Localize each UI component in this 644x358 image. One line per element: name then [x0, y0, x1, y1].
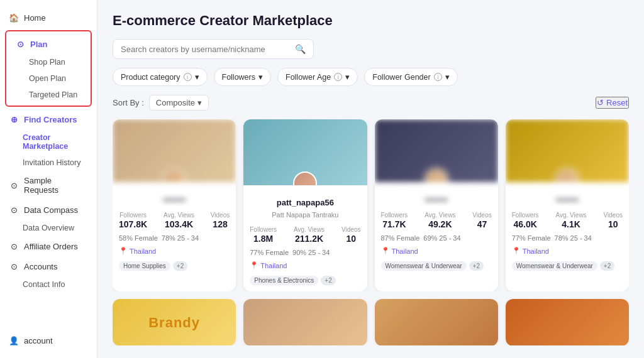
- location-pin-icon-3: 📍: [381, 247, 390, 255]
- card-4-stats: Followers 46.0K Avg. Views 4.1K Videos 1…: [512, 212, 623, 229]
- card-2-avg-views: Avg. Views 211.2K: [294, 226, 325, 244]
- plan-section: ⊙ Plan Shop Plan Open Plan Targeted Plan: [5, 30, 92, 107]
- followers-chevron-icon: ▾: [258, 72, 263, 82]
- product-category-info-icon: i: [184, 73, 192, 81]
- card-2-avatar: [293, 171, 317, 185]
- creator-cards-row2: Brandy: [113, 299, 629, 345]
- sidebar: 🏠 Home ⊙ Plan Shop Plan Open Plan Target…: [0, 0, 97, 358]
- creator-card-4[interactable]: •••••••• Followers 46.0K Avg. Views 4.1K…: [506, 119, 629, 291]
- filter-product-category[interactable]: Product category i ▾: [113, 68, 208, 86]
- card-3-image: [375, 119, 498, 182]
- location-pin-icon: 📍: [119, 247, 128, 255]
- card-2-stats: Followers 1.8M Avg. Views 211.2K Videos …: [250, 226, 360, 244]
- sidebar-item-plan[interactable]: ⊙ Plan: [6, 34, 91, 54]
- sidebar-item-home[interactable]: 🏠 Home: [0, 8, 97, 28]
- card-3-name: ••••••••: [381, 195, 492, 204]
- creator-card-3[interactable]: •••••••• Followers 71.7K Avg. Views 49.2…: [375, 119, 498, 291]
- follower-age-chevron-icon: ▾: [345, 72, 350, 82]
- data-compass-icon: ⊙: [9, 205, 19, 215]
- card-3-videos: Videos 47: [472, 212, 491, 229]
- main-content: E-commerce Creator Marketplace 🔍 Product…: [97, 0, 644, 358]
- sidebar-item-accounts[interactable]: ⊙ Accounts: [0, 256, 97, 276]
- sidebar-item-affiliate-orders[interactable]: ⊙ Affiliate Orders: [0, 236, 97, 256]
- card-1-image: [113, 119, 236, 182]
- card-3-tags: Womenswear & Underwear +2: [381, 261, 492, 271]
- card-2-videos: Videos 10: [341, 226, 360, 244]
- card-2-body: patt_napapa56 Patt Napapa Tantraku Follo…: [243, 185, 367, 291]
- card-1-stats: Followers 107.8K Avg. Views 103.4K Video…: [119, 212, 230, 229]
- card-3-avatar: [425, 168, 448, 182]
- sidebar-item-find-creators[interactable]: ⊕ Find Creators: [0, 109, 97, 129]
- card-1-avatar: [162, 168, 186, 182]
- affiliate-icon: ⊙: [9, 241, 19, 251]
- card-3-meta: 87% Female 69% 25 - 34: [381, 234, 492, 242]
- sidebar-sub-shop-plan[interactable]: Shop Plan: [6, 54, 91, 70]
- product-category-chevron-icon: ▾: [195, 72, 199, 82]
- follower-gender-info-icon: i: [434, 73, 442, 81]
- find-creators-icon: ⊕: [9, 114, 19, 124]
- search-icon: 🔍: [295, 44, 306, 54]
- card-mini-3[interactable]: [375, 299, 498, 345]
- search-input[interactable]: [121, 45, 291, 54]
- sidebar-sub-data-overview[interactable]: Data Overview: [0, 220, 97, 236]
- card-4-avg-views: Avg. Views 4.1K: [556, 212, 587, 229]
- card-mini-4[interactable]: [506, 299, 629, 345]
- card-2-followers: Followers 1.8M: [250, 226, 277, 244]
- sidebar-sub-creator-marketplace[interactable]: Creator Marketplace: [0, 129, 97, 155]
- search-bar[interactable]: 🔍: [113, 39, 314, 59]
- filter-follower-age[interactable]: Follower Age i ▾: [277, 68, 358, 86]
- card-4-body: •••••••• Followers 46.0K Avg. Views 4.1K…: [506, 182, 629, 277]
- sample-icon: ⊙: [9, 180, 19, 190]
- card-3-location: 📍 Thailand: [381, 247, 492, 255]
- card-3-stats: Followers 71.7K Avg. Views 49.2K Videos …: [381, 212, 492, 229]
- card-4-image: [506, 119, 629, 182]
- card-1-followers: Followers 107.8K: [119, 212, 147, 229]
- sidebar-sub-invitation-history[interactable]: Invitation History: [0, 155, 97, 171]
- sidebar-item-account[interactable]: 👤 account: [0, 330, 97, 350]
- card-1-meta: 58% Female 78% 25 - 34: [119, 234, 230, 242]
- page-title: E-commerce Creator Marketplace: [113, 13, 629, 29]
- card-4-followers: Followers 46.0K: [512, 212, 539, 229]
- sort-chevron-icon: ▾: [197, 98, 202, 107]
- reset-button[interactable]: ↺ Reset: [596, 97, 629, 109]
- follower-gender-chevron-icon: ▾: [445, 72, 450, 82]
- creator-card-1[interactable]: •••••••• Followers 107.8K Avg. Views 103…: [113, 119, 236, 291]
- card-2-tags: Phones & Electronics +2: [250, 276, 360, 285]
- card-1-avg-views: Avg. Views 103.4K: [164, 212, 194, 229]
- card-1-location: 📍 Thailand: [119, 247, 230, 255]
- card-3-followers: Followers 71.7K: [381, 212, 408, 229]
- sidebar-sub-contact-info[interactable]: Contact Info: [0, 276, 97, 293]
- card-4-name: ••••••••: [512, 195, 623, 204]
- filter-followers[interactable]: Followers ▾: [214, 68, 272, 86]
- sidebar-sub-targeted-plan[interactable]: Targeted Plan: [6, 87, 91, 103]
- card-1-tags: Home Supplies +2: [119, 261, 230, 271]
- card-4-tags: Womenswear & Underwear +2: [512, 261, 623, 271]
- sort-composite-select[interactable]: Composite ▾: [149, 95, 209, 111]
- card-2-location: 📍 Thailand: [250, 261, 360, 269]
- card-1-name: ••••••••: [119, 195, 230, 204]
- plan-icon: ⊙: [15, 39, 25, 49]
- sort-bar: Sort By : Composite ▾ ↺ Reset: [113, 95, 629, 111]
- card-mini-1[interactable]: Brandy: [113, 299, 236, 345]
- card-4-location: 📍 Thailand: [512, 247, 623, 255]
- card-4-avatar: [555, 168, 579, 182]
- sidebar-item-sample-requests[interactable]: ⊙ Sample Requests: [0, 171, 97, 200]
- card-2-name: patt_napapa56: [250, 198, 360, 207]
- creator-cards-grid: •••••••• Followers 107.8K Avg. Views 103…: [113, 119, 629, 291]
- card-3-body: •••••••• Followers 71.7K Avg. Views 49.2…: [375, 182, 498, 277]
- card-mini-2[interactable]: [243, 299, 367, 345]
- home-icon: 🏠: [9, 13, 19, 23]
- sidebar-item-data-compass[interactable]: ⊙ Data Compass: [0, 200, 97, 220]
- location-pin-icon-2: 📍: [250, 261, 258, 269]
- card-3-avg-views: Avg. Views 49.2K: [425, 212, 455, 229]
- accounts-icon: ⊙: [9, 261, 19, 271]
- reset-icon: ↺: [597, 98, 604, 107]
- creator-card-2[interactable]: patt_napapa56 Patt Napapa Tantraku Follo…: [243, 119, 367, 291]
- filters-bar: Product category i ▾ Followers ▾ Followe…: [113, 68, 629, 86]
- location-pin-icon-4: 📍: [512, 247, 521, 255]
- card-4-videos: Videos 10: [604, 212, 623, 229]
- sidebar-sub-open-plan[interactable]: Open Plan: [6, 70, 91, 87]
- filter-follower-gender[interactable]: Follower Gender i ▾: [364, 68, 457, 86]
- sort-left: Sort By : Composite ▾: [113, 95, 209, 111]
- card-2-image: [243, 119, 367, 185]
